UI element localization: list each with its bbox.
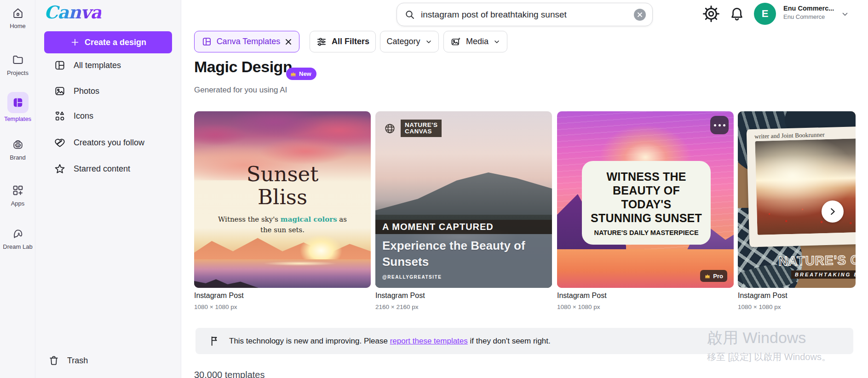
template-size: 1080 × 1080 px xyxy=(194,304,237,310)
chevron-down-icon xyxy=(425,38,432,46)
media-icon xyxy=(450,36,461,47)
rail-item-label: Projects xyxy=(7,69,29,76)
disclaimer-text: This technology is new and improving. Pl… xyxy=(229,337,551,346)
design-logo-badge: NATURE'SCANVAS xyxy=(384,120,442,137)
sidebar-item-trash[interactable]: Trash xyxy=(35,349,181,372)
template-card-moment-captured[interactable]: NATURE'SCANVAS A MOMENT CAPTURED Experie… xyxy=(375,111,552,288)
rail-item-brand[interactable]: co Brand xyxy=(0,137,35,161)
templates-count: 30,000 templates xyxy=(194,370,264,378)
sidebar-item-creators-you-follow[interactable]: Creators you follow xyxy=(35,131,181,155)
sidebar-item-label: All templates xyxy=(74,61,121,70)
design-title: Sunset Bliss xyxy=(194,163,371,209)
template-title: Instagram Post xyxy=(194,292,244,300)
filter-chip-all-filters[interactable]: All Filters xyxy=(310,31,376,52)
rail-item-label: Brand xyxy=(10,154,26,161)
account-company: Enu Commerce xyxy=(783,13,838,20)
page-subtitle: Generated for you using AI xyxy=(194,86,287,95)
pro-badge: Pro xyxy=(700,270,727,282)
brand-kit-icon: co xyxy=(11,137,25,152)
rail-item-dream-lab[interactable]: Dream Lab xyxy=(0,226,35,250)
card-more-options-button[interactable] xyxy=(710,116,729,134)
rail-item-projects[interactable]: Projects xyxy=(0,52,35,76)
globe-icon xyxy=(384,122,396,135)
filter-chip-category[interactable]: Category xyxy=(380,31,439,52)
icons-icon xyxy=(54,110,66,122)
creators-heart-icon xyxy=(54,137,66,149)
sidebar-item-starred-content[interactable]: Starred content xyxy=(35,157,181,181)
filter-chip-label: All Filters xyxy=(332,37,369,46)
filter-chip-media[interactable]: Media xyxy=(443,31,507,52)
sidebar-item-label: Icons xyxy=(74,111,93,121)
notifications-bell-button[interactable] xyxy=(729,6,745,22)
account-name: Enu Commerc... xyxy=(783,5,838,12)
create-design-label: Create a design xyxy=(85,38,146,47)
rail-item-apps[interactable]: Apps xyxy=(0,183,35,207)
crown-icon xyxy=(290,70,297,77)
apps-grid-icon xyxy=(11,183,25,198)
clear-search-button[interactable] xyxy=(634,9,646,21)
design-tagline: Witness the sky's magical colors as the … xyxy=(194,214,371,235)
template-chip-icon xyxy=(201,36,212,47)
filter-chip-label: Media xyxy=(466,37,489,46)
rail-item-label: Home xyxy=(10,23,26,29)
search-input[interactable]: instagram post of breathtaking sunset xyxy=(421,10,634,20)
rail-item-templates[interactable]: Templates xyxy=(0,92,35,122)
design-title: NATURE'S CANVAS xyxy=(778,252,856,269)
left-rail: Home Projects Templates co Brand Apps Dr… xyxy=(0,0,35,378)
new-badge-label: New xyxy=(299,70,311,77)
report-templates-link[interactable]: report these templates xyxy=(390,337,468,345)
sidebar-item-all-templates[interactable]: All templates xyxy=(35,53,181,77)
plus-icon xyxy=(70,37,80,47)
sidebar-item-label: Starred content xyxy=(74,164,130,174)
page-title: Magic Design xyxy=(194,58,292,76)
chevron-down-icon xyxy=(493,38,500,46)
svg-text:co: co xyxy=(16,143,20,147)
account-menu[interactable]: Enu Commerc... Enu Commerce xyxy=(783,5,838,20)
sidebar-item-icons[interactable]: Icons xyxy=(35,104,181,128)
rail-item-label: Apps xyxy=(11,200,25,207)
dream-lab-icon xyxy=(11,226,25,241)
carousel-next-button[interactable] xyxy=(822,200,844,223)
filter-chip-label: Category xyxy=(386,37,420,46)
templates-icon xyxy=(7,92,29,113)
home-icon xyxy=(11,6,25,20)
rail-item-label: Templates xyxy=(4,115,31,122)
trash-label: Trash xyxy=(67,356,88,366)
all-templates-icon xyxy=(54,59,66,71)
ai-disclaimer-banner: This technology is new and improving. Pl… xyxy=(195,328,853,354)
template-card-sunset-bliss[interactable]: Sunset Bliss Witness the sky's magical c… xyxy=(194,111,371,288)
avatar[interactable]: E xyxy=(754,3,776,25)
avatar-initial: E xyxy=(762,8,769,20)
remove-filter-icon[interactable] xyxy=(285,38,292,46)
template-card-stunning-sunset[interactable]: WITNESS THE BEAUTY OF TODAY'S STUNNING S… xyxy=(557,111,734,288)
search-icon xyxy=(404,9,415,20)
poppy-field-photo xyxy=(755,138,856,235)
design-text-panel: WITNESS THE BEAUTY OF TODAY'S STUNNING S… xyxy=(582,161,711,245)
search-bar[interactable]: instagram post of breathtaking sunset xyxy=(397,3,653,26)
design-caption-panel: Experience the Beauty of Sunsets @REALLY… xyxy=(375,234,552,288)
account-chevron-down-icon[interactable] xyxy=(841,10,849,18)
template-size: 1080 × 1080 px xyxy=(738,304,781,310)
settings-gear-button[interactable] xyxy=(702,5,720,23)
template-title: Instagram Post xyxy=(557,292,607,300)
filter-chip-label: Canva Templates xyxy=(217,37,281,46)
template-card-natures-canvas[interactable]: writer and Joint Bookrunner NATURE'S CAN… xyxy=(738,111,856,288)
canva-logo[interactable]: Canva xyxy=(44,2,101,23)
new-badge: New xyxy=(286,68,316,80)
star-icon xyxy=(54,163,66,175)
filter-chip-canva-templates[interactable]: Canva Templates xyxy=(194,31,299,52)
sliders-icon xyxy=(316,36,327,47)
sidebar-item-label: Creators you follow xyxy=(74,138,144,148)
template-title: Instagram Post xyxy=(738,292,788,300)
pro-badge-label: Pro xyxy=(713,273,723,280)
sidebar-item-photos[interactable]: Photos xyxy=(35,79,181,103)
crown-icon xyxy=(704,273,711,279)
create-design-button[interactable]: Create a design xyxy=(44,31,172,53)
rail-item-label: Dream Lab xyxy=(3,243,32,250)
template-size: 1080 × 1080 px xyxy=(557,304,600,310)
rail-item-home[interactable]: Home xyxy=(0,6,35,29)
design-band-heading: A MOMENT CAPTURED xyxy=(375,220,552,234)
sidebar: Canva Create a design All templates Phot… xyxy=(35,0,181,378)
photos-icon xyxy=(54,85,66,97)
design-subtitle: BREATHTAKING BEAUTY xyxy=(791,270,856,279)
